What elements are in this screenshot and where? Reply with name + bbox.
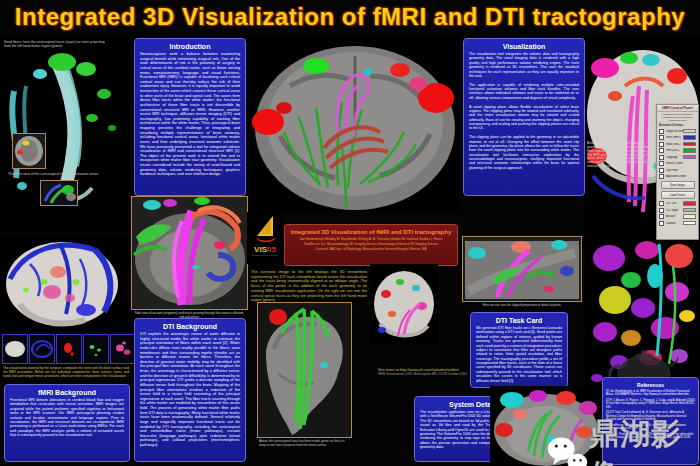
dti-background-title: DTI Background (137, 323, 243, 330)
small-brain-spots-image (370, 264, 438, 344)
right-panel-caption: Below, we can see the effect of setting … (587, 142, 653, 169)
introduction-body: Neurosurgeons seek a balance between max… (140, 52, 240, 177)
dti-task-card-body: We generate DTI fiber tracks on a Siemen… (476, 326, 562, 383)
center-overview-brain-image (250, 36, 460, 212)
color-swatch (683, 201, 696, 206)
overview-caption: The overview image to the left displays … (251, 270, 367, 303)
option-row[interactable]: Rotate / Zoom (659, 161, 696, 166)
tract-inset-graphic (41, 181, 77, 205)
left-top-caption: Seed fibers: here the corticospinal trac… (4, 40, 112, 49)
wechat-icon (546, 432, 589, 466)
checkbox-icon[interactable] (659, 214, 664, 219)
visualization-title: Visualization (466, 43, 582, 50)
clipped-projection-image (462, 236, 582, 302)
overview-brain-graphic (250, 36, 460, 212)
banner-title: Integrated 3D Visualization of fMRI and … (285, 229, 457, 235)
dti-task-card-title: DTI Task Card (473, 317, 565, 324)
overlay-row[interactable]: Language (659, 155, 696, 160)
checkbox-icon[interactable] (659, 168, 664, 173)
color-swatch (683, 142, 696, 147)
filmstrip-veins-thumb (29, 334, 55, 364)
color-swatch (683, 148, 696, 153)
introduction-box: Introduction Neurosurgeons seek a balanc… (134, 38, 246, 196)
checkbox-icon[interactable] (659, 129, 664, 134)
banner-location: Concord, MA Dept. of Radiology, Massachu… (285, 247, 457, 252)
dti-task-card-box: DTI Task Card We generate DTI fiber trac… (470, 312, 568, 388)
color-swatch (683, 214, 696, 219)
left-top-tract-image: Seed fibers: here the corticospinal trac… (0, 36, 130, 232)
introduction-title: Introduction (137, 43, 243, 50)
left-inset-caption: This slice view of the corticospinal tra… (8, 172, 112, 176)
reference-item: [1] Jan Hardenbergh, et al. fMRI Visuali… (606, 390, 695, 397)
banner-affiliations: TeraRecon, Inc. Neuroradiology 3D Imagin… (285, 242, 457, 247)
vis05-logo: VIS05 MINNEAPOLIS, MN USA (247, 212, 283, 264)
checkbox-icon[interactable] (659, 135, 664, 140)
left-brain-veins-image (0, 234, 130, 332)
overlay-row[interactable]: Hand (SMC) (659, 142, 696, 147)
color-swatch (683, 135, 696, 140)
filmstrip-tongue-activation-thumb (110, 334, 136, 364)
control-panel-subtitle: Functional MRI controls for volumes and … (659, 113, 696, 122)
small-brain-graphic (370, 264, 438, 344)
watermark: 鼎湖影像 (546, 414, 700, 466)
sailboat-icon (247, 212, 283, 242)
track-row[interactable]: CST Left (659, 201, 696, 206)
track-row[interactable]: CST Right (659, 208, 696, 213)
control-panel-title: fMRI Control Panel (657, 105, 698, 112)
color-swatch (683, 221, 696, 226)
component-filmstrip (2, 334, 130, 364)
sagittal-cst-caption: Above the corticospinal tract has been m… (259, 440, 351, 448)
reference-item: [2] P. J. Basser, S. Pajevic, C. Pierpao… (606, 399, 695, 409)
overlay-row[interactable]: Foot (SMC) (659, 148, 696, 153)
color-swatch (683, 155, 696, 160)
filmstrip-brain-thumb (2, 334, 28, 364)
overlay-row[interactable]: Grayscale (MRI) (659, 129, 696, 134)
save-image-button[interactable]: Save Image (661, 181, 695, 189)
visualization-box: Visualization The visualization tool int… (463, 38, 585, 196)
axial-slice-graphic (13, 134, 45, 168)
axial-slice-inset-image (12, 133, 46, 169)
watermark-text: 鼎湖影像 (589, 414, 700, 466)
checkbox-icon[interactable] (659, 208, 664, 213)
author-banner: Integrated 3D Visualization of fMRI and … (284, 224, 458, 266)
color-swatch (683, 129, 696, 134)
fmri-background-body: Functional MRI detects alterations in ce… (10, 398, 124, 437)
overlay-row[interactable]: Veins (MRV) (659, 135, 696, 140)
checkbox-icon[interactable] (659, 201, 664, 206)
references-title: References (605, 382, 696, 388)
checkbox-icon[interactable] (659, 155, 664, 160)
fmri-background-box: fMRI Background Functional MRI detects a… (4, 384, 130, 462)
arcuate-tract-image (131, 196, 248, 310)
see-more-links: See more at http://www.jch.com/volumes/v… (378, 368, 478, 376)
left-bottom-caption: The visualization planned by the surgeon… (3, 366, 129, 378)
track-row[interactable]: Arcuate (659, 214, 696, 219)
clipped-projection-caption: Here we can see the clipped projections … (466, 304, 578, 308)
dti-background-body: DTI exploits the anisotropic nature of w… (140, 332, 240, 448)
load-tracks-button[interactable]: Load Tracks (661, 191, 695, 199)
dti-background-box: DTI Background DTI exploits the anisotro… (134, 318, 246, 462)
track-row[interactable]: Callosal (659, 221, 696, 226)
option-row[interactable]: Adjustable Depth (659, 174, 696, 179)
sagittal-cst-graphic (258, 303, 351, 437)
checkbox-icon[interactable] (659, 161, 664, 166)
fmri-background-title: fMRI Background (7, 389, 127, 396)
checkbox-icon[interactable] (659, 174, 664, 179)
clipped-projection-graphic (463, 237, 581, 301)
arcuate-tract-graphic (132, 197, 247, 309)
poster-root: Integrated 3D Visualization of fMRI and … (0, 0, 700, 466)
conference-line: IEEE Visualization 2005, Minneapolis MN,… (378, 372, 478, 376)
filmstrip-hand-activation-thumb (56, 334, 82, 364)
fmri-control-panel: fMRI Control Panel Functional MRI contro… (656, 104, 699, 240)
checkbox-icon[interactable] (659, 148, 664, 153)
filmstrip-foot-activation-thumb (83, 334, 109, 364)
visualization-body: The visualization tool integrates the vo… (469, 52, 579, 170)
brain-veins-graphic (0, 234, 130, 332)
vis05-logo-text: VIS05 (247, 246, 283, 254)
vis05-logo-subtext: MINNEAPOLIS, MN USA (247, 254, 283, 257)
checkbox-icon[interactable] (659, 221, 664, 226)
checkbox-icon[interactable] (659, 142, 664, 147)
color-swatch (683, 208, 696, 213)
overlays-section-label: Activation Overlays (659, 124, 696, 127)
tract-inset-image (40, 180, 78, 206)
option-row[interactable]: Clip Plane (659, 168, 696, 173)
